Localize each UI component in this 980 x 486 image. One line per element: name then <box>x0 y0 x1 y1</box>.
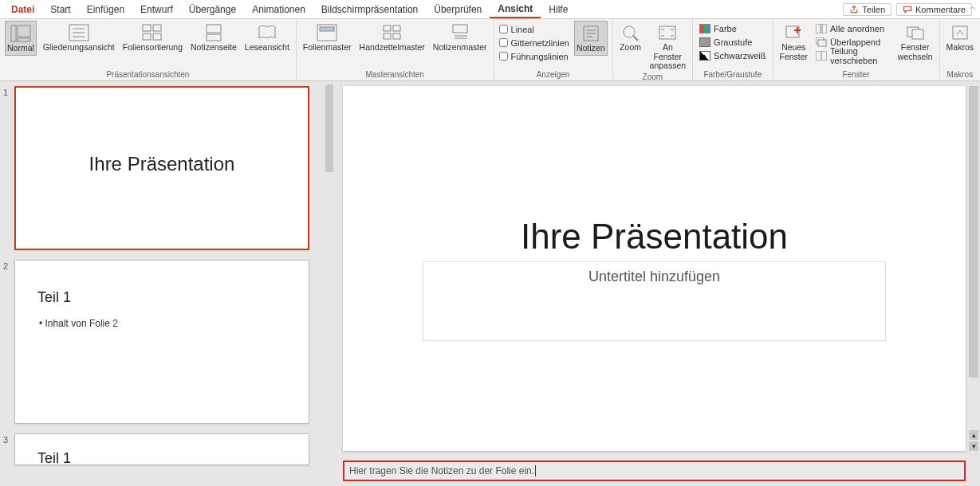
handout-master-button[interactable]: Handzettelmaster <box>358 21 427 54</box>
notes-page-label: Notizenseite <box>191 43 237 53</box>
scroll-prev-icon[interactable]: ▴ <box>969 430 978 440</box>
notes-input[interactable]: Hier tragen Sie die Notizen zu der Folie… <box>343 461 966 481</box>
fit-window-button[interactable]: An Fenster anpassen <box>648 21 688 73</box>
guides-checkbox[interactable] <box>499 52 508 61</box>
tab-datei[interactable]: Datei <box>3 2 42 18</box>
svg-rect-7 <box>143 25 151 31</box>
thumbnail-scrollbar[interactable] <box>325 84 333 172</box>
group-show-label: Anzeigen <box>537 70 570 80</box>
editor-scrollbar[interactable]: ▴ ▾ <box>969 86 978 451</box>
scroll-next-icon[interactable]: ▾ <box>969 441 978 451</box>
svg-rect-10 <box>153 33 161 40</box>
arrange-all-button[interactable]: Alle anordnen <box>814 22 891 35</box>
switch-window-label: Fenster wechseln <box>898 43 933 61</box>
collapse-ribbon-icon[interactable]: ︿ <box>969 2 977 13</box>
group-show: Lineal Gitternetzlinien Führungslinien N… <box>494 19 613 80</box>
move-split-label: Teilung verschieben <box>830 46 890 65</box>
text-cursor <box>535 465 536 476</box>
slide-subtitle-text: Untertitel hinzufügen <box>588 268 720 284</box>
reading-view-button[interactable]: Leseansicht <box>243 21 291 54</box>
thumbnail-title: Teil 1 <box>37 289 71 306</box>
tab-start[interactable]: Start <box>42 2 78 18</box>
grayscale-mode-button[interactable]: Graustufe <box>698 35 767 49</box>
tab-einfuegen[interactable]: Einfügen <box>79 2 132 18</box>
slide-title-placeholder[interactable]: Ihre Präsentation <box>343 217 966 257</box>
cascade-icon <box>816 37 827 47</box>
share-label: Teilen <box>862 5 885 14</box>
normal-view-button[interactable]: Normal <box>5 21 37 56</box>
thumbnail-pane[interactable]: 1 Ihre Präsentation 2 Teil 1 • Inhalt vo… <box>0 81 335 486</box>
bw-mode-label: Schwarzweiß <box>714 51 766 61</box>
svg-rect-9 <box>143 33 151 40</box>
slide-subtitle-placeholder[interactable]: Untertitel hinzufügen <box>423 261 886 341</box>
thumbnail-slide-3[interactable]: Teil 1 <box>14 433 309 465</box>
share-button[interactable]: Teilen <box>843 3 891 16</box>
tab-uebergaenge[interactable]: Übergänge <box>181 2 244 18</box>
zoom-button[interactable]: Zoom <box>618 21 643 54</box>
notes-toggle-button[interactable]: Notizen <box>574 21 608 56</box>
comment-icon <box>903 5 912 14</box>
macros-button[interactable]: Makros <box>945 21 975 54</box>
thumbnail-row-3[interactable]: 3 Teil 1 <box>0 429 335 470</box>
color-swatch-icon <box>699 24 710 33</box>
color-mode-label: Farbe <box>714 24 737 33</box>
slide-sorter-label: Foliensortierung <box>123 43 183 53</box>
arrange-all-label: Alle anordnen <box>830 24 884 33</box>
group-color-grayscale: Farbe Graustufe Schwarzweiß Farbe/Graust… <box>693 19 773 80</box>
switch-window-button[interactable]: Fenster wechseln <box>896 21 935 63</box>
ribbon: ︿ Normal Gliederungsansicht Foliensortie… <box>0 19 980 81</box>
tab-ueberpruefen[interactable]: Überprüfen <box>426 2 490 18</box>
svg-rect-32 <box>816 24 821 33</box>
notes-master-icon <box>450 24 470 41</box>
ruler-checkbox[interactable] <box>499 25 508 33</box>
fit r-window-label: An Fenster anpassen <box>650 43 687 71</box>
thumbnail-row-2[interactable]: 2 Teil 1 • Inhalt von Folie 2 <box>0 255 335 429</box>
slide-canvas[interactable]: Ihre Präsentation Untertitel hinzufügen <box>343 86 966 451</box>
group-macros: Makros Makros <box>940 19 980 80</box>
color-mode-button[interactable]: Farbe <box>698 22 767 35</box>
new-window-button[interactable]: Neues Fenster <box>778 21 810 63</box>
notes-master-button[interactable]: Notizenmaster <box>431 21 489 54</box>
guides-checkbox-row[interactable]: Führungslinien <box>499 49 569 63</box>
tab-hilfe[interactable]: Hilfe <box>541 2 576 18</box>
slide-sorter-button[interactable]: Foliensortierung <box>121 21 184 54</box>
gridlines-label: Gitternetzlinien <box>511 38 569 48</box>
svg-rect-19 <box>453 25 467 33</box>
outline-view-button[interactable]: Gliederungsansicht <box>41 21 116 54</box>
grayscale-mode-label: Graustufe <box>714 37 752 47</box>
thumbnail-slide-1[interactable]: Ihre Präsentation <box>14 86 309 250</box>
svg-rect-28 <box>659 26 675 39</box>
gridlines-checkbox[interactable] <box>499 38 508 47</box>
notes-master-label: Notizenmaster <box>433 43 487 53</box>
tab-animationen[interactable]: Animationen <box>244 2 313 18</box>
notes-page-button[interactable]: Notizenseite <box>189 21 238 54</box>
svg-line-27 <box>633 36 638 41</box>
outline-view-label: Gliederungsansicht <box>43 43 115 53</box>
svg-rect-39 <box>912 29 923 39</box>
tab-entwurf[interactable]: Entwurf <box>132 2 181 18</box>
thumbnail-number: 1 <box>3 86 14 250</box>
scrollbar-thumb[interactable] <box>969 86 978 378</box>
notes-page-icon <box>203 24 224 41</box>
macros-label: Makros <box>947 43 974 53</box>
group-window: Neues Fenster Alle anordnen Überlappend … <box>773 19 940 80</box>
thumbnail-number: 2 <box>3 260 14 424</box>
gridlines-checkbox-row[interactable]: Gitternetzlinien <box>499 36 569 49</box>
edit-pane: Ihre Präsentation Untertitel hinzufügen … <box>335 81 980 486</box>
svg-rect-1 <box>18 25 30 37</box>
bw-mode-button[interactable]: Schwarzweiß <box>698 49 767 62</box>
tab-bildschirmpraesentation[interactable]: Bildschirmpräsentation <box>313 2 426 18</box>
tab-ansicht[interactable]: Ansicht <box>490 1 541 18</box>
arrange-all-icon <box>816 24 827 33</box>
outline-view-icon <box>69 24 89 41</box>
share-icon <box>849 5 859 14</box>
thumbnail-slide-2[interactable]: Teil 1 • Inhalt von Folie 2 <box>14 260 309 424</box>
comments-button[interactable]: Kommentare <box>896 3 972 16</box>
ruler-checkbox-row[interactable]: Lineal <box>499 22 569 36</box>
thumbnail-row-1[interactable]: 1 Ihre Präsentation <box>0 81 335 255</box>
slide-master-button[interactable]: Folienmaster <box>301 21 353 54</box>
thumbnail-number: 3 <box>3 433 14 465</box>
move-split-button[interactable]: Teilung verschieben <box>814 49 891 62</box>
svg-rect-2 <box>18 38 30 41</box>
group-window-label: Fenster <box>843 70 870 80</box>
